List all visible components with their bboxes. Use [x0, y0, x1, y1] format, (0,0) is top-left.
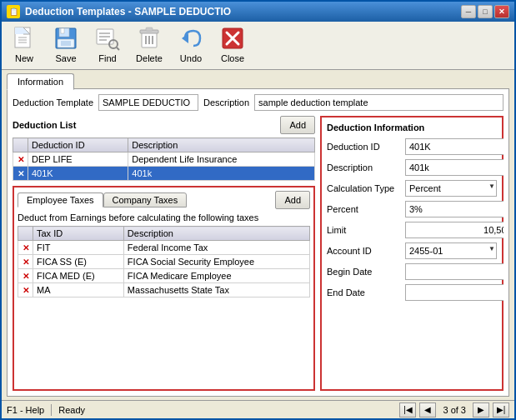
main-layout: Deduction List Add Deduction ID Descript… [13, 116, 503, 391]
svg-rect-18 [146, 28, 153, 31]
save-label: Save [55, 53, 76, 63]
svg-rect-1 [15, 28, 23, 34]
row-delete-icon[interactable]: ✕ [13, 167, 28, 181]
deduction-col-delete [13, 138, 28, 152]
close-button[interactable]: Close [215, 22, 250, 66]
title-bar-left: 📋 Deduction Templates - SAMPLE DEDUCTIO [7, 5, 231, 18]
end-date-input[interactable] [405, 284, 503, 301]
tab-company-taxes[interactable]: Company Taxes [103, 192, 188, 208]
table-row[interactable]: ✕ DEP LIFE Dependent Life Insurance [13, 152, 315, 167]
row-delete-icon[interactable]: ✕ [13, 152, 28, 167]
tax-tab-bar: Employee Taxes Company Taxes Add [18, 191, 310, 209]
begin-date-input[interactable] [405, 263, 503, 280]
minimize-button[interactable]: ─ [461, 5, 476, 18]
deduction-list-section: Deduction List Add Deduction ID Descript… [13, 116, 315, 181]
row-tax-id: FICA SS (E) [33, 255, 124, 269]
deduction-table: Deduction ID Description ✕ DEP LIFE Depe… [13, 138, 315, 181]
info-percent-input[interactable] [405, 201, 503, 218]
tab-information[interactable]: Information [7, 73, 74, 90]
new-button[interactable]: New [7, 22, 42, 66]
info-end-date-label: End Date [327, 288, 402, 298]
info-description-input[interactable] [405, 159, 503, 176]
info-percent-label: Percent [327, 204, 402, 214]
row-deduction-desc: Dependent Life Insurance [128, 152, 315, 167]
tax-section: Employee Taxes Company Taxes Add Deduct … [13, 186, 315, 391]
undo-button[interactable]: Undo [173, 22, 208, 66]
row-tax-desc: Massachusetts State Tax [123, 283, 309, 298]
row-tax-id: FICA MED (E) [33, 269, 124, 283]
row-delete-icon[interactable]: ✕ [18, 269, 33, 283]
content-area: Information Deduction Template Descripti… [2, 70, 514, 400]
table-row[interactable]: ✕ MA Massachusetts State Tax [18, 283, 310, 298]
row-delete-icon[interactable]: ✕ [18, 241, 33, 255]
info-row-calc-type: Calculation Type Percent Flat [327, 180, 497, 197]
deduction-list-header: Deduction List Add [13, 116, 315, 134]
begin-date-wrapper: ▼ [405, 263, 503, 280]
end-date-wrapper: ▼ [405, 284, 503, 301]
delete-button[interactable]: Delete [132, 22, 167, 66]
delete-icon [136, 25, 163, 52]
main-window: 📋 Deduction Templates - SAMPLE DEDUCTIO … [0, 0, 516, 420]
maximize-button[interactable]: □ [478, 5, 493, 18]
nav-controls: |◀ ◀ 3 of 3 ▶ ▶| [399, 402, 509, 418]
calc-type-select[interactable]: Percent Flat [405, 180, 497, 197]
row-tax-id: FIT [33, 241, 124, 255]
nav-next-button[interactable]: ▶ [473, 402, 489, 418]
find-button[interactable]: Find [90, 22, 125, 66]
tax-note: Deduct from Earnings before calculating … [18, 212, 310, 222]
help-text: F1 - Help [7, 405, 44, 415]
nav-last-button[interactable]: ▶| [493, 402, 509, 418]
svg-rect-9 [61, 41, 71, 46]
tax-add-button[interactable]: Add [275, 191, 310, 209]
info-deduction-id-label: Deduction ID [327, 142, 402, 152]
row-deduction-desc: 401k [128, 167, 315, 181]
deduction-template-input[interactable] [98, 94, 198, 111]
status-bar: F1 - Help Ready |◀ ◀ 3 of 3 ▶ ▶| [2, 400, 514, 418]
info-description-label: Description [327, 162, 402, 172]
account-id-select[interactable]: 2455-01 [405, 242, 497, 259]
table-row[interactable]: ✕ FICA SS (E) FICA Social Security Emplo… [18, 255, 310, 269]
info-row-limit: Limit [327, 222, 497, 238]
left-panel: Deduction List Add Deduction ID Descript… [13, 116, 315, 391]
svg-line-15 [117, 48, 119, 50]
title-bar: 📋 Deduction Templates - SAMPLE DEDUCTIO … [2, 2, 514, 22]
undo-icon [178, 25, 204, 52]
row-deduction-id: 401K [28, 167, 128, 181]
row-tax-desc: FICA Medicare Employee [123, 269, 309, 283]
nav-prev-button[interactable]: ◀ [419, 402, 436, 418]
tab-content: Deduction Template Description Deduction… [7, 88, 509, 397]
close-window-button[interactable]: ✕ [494, 5, 509, 18]
save-icon [53, 25, 79, 52]
table-row[interactable]: ✕ FICA MED (E) FICA Medicare Employee [18, 269, 310, 283]
row-delete-icon[interactable]: ✕ [18, 255, 33, 269]
info-deduction-id-input[interactable] [405, 138, 503, 155]
deduction-template-label: Deduction Template [13, 98, 93, 108]
toolbar: New Save [2, 22, 514, 70]
table-row[interactable]: ✕ FIT Federal Income Tax [18, 241, 310, 255]
row-tax-desc: Federal Income Tax [123, 241, 309, 255]
status-divider [51, 404, 52, 416]
description-input[interactable] [254, 94, 503, 111]
tax-table: Tax ID Description ✕ FIT Federal Income … [18, 226, 310, 298]
row-delete-icon[interactable]: ✕ [18, 283, 33, 298]
deduction-list-title: Deduction List [13, 120, 76, 130]
table-row[interactable]: ✕ 401K 401k [13, 167, 315, 181]
deduction-add-button[interactable]: Add [280, 116, 315, 134]
save-button[interactable]: Save [48, 22, 83, 66]
info-begin-date-label: Begin Date [327, 267, 402, 277]
new-icon [11, 25, 38, 52]
tax-col-delete [18, 227, 33, 241]
window-title: Deduction Templates - SAMPLE DEDUCTIO [25, 6, 231, 18]
tab-employee-taxes[interactable]: Employee Taxes [18, 192, 103, 208]
info-calc-type-label: Calculation Type [327, 183, 402, 193]
info-row-description: Description [327, 159, 497, 176]
info-row-account-id: Account ID 2455-01 [327, 242, 497, 259]
row-tax-id: MA [33, 283, 124, 298]
nav-first-button[interactable]: |◀ [399, 402, 416, 418]
deduction-col-desc: Description [128, 138, 315, 152]
info-account-id-label: Account ID [327, 246, 402, 256]
calc-type-select-wrapper: Percent Flat [405, 180, 497, 197]
find-icon [94, 25, 121, 52]
row-deduction-id: DEP LIFE [28, 152, 128, 167]
info-limit-input[interactable] [405, 222, 503, 238]
